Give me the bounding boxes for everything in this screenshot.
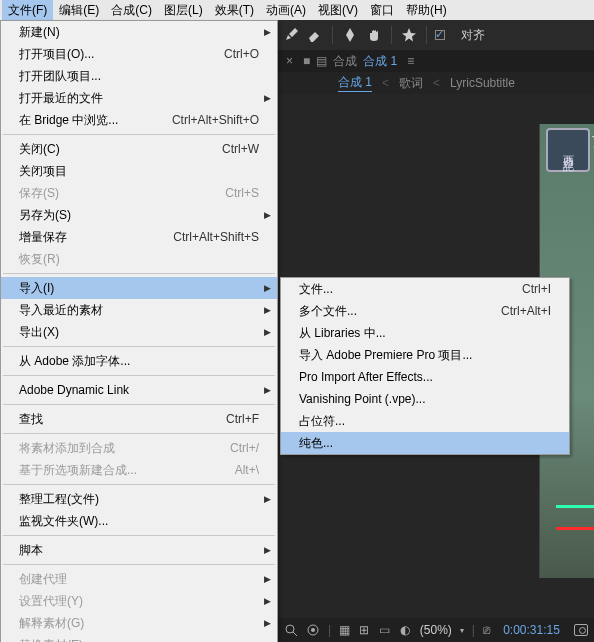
menu-item[interactable]: 纯色...	[281, 432, 569, 454]
toolbar: 对齐	[278, 20, 594, 50]
menubar-file[interactable]: 文件(F)	[2, 0, 53, 21]
menu-item[interactable]: 多个文件...Ctrl+Alt+I	[281, 300, 569, 322]
menu-item: 恢复(R)	[1, 248, 277, 270]
menu-item[interactable]: 在 Bridge 中浏览...Ctrl+Alt+Shift+O	[1, 109, 277, 131]
menu-item-label: 基于所选项新建合成...	[19, 462, 227, 479]
menu-shortcut: Ctrl+Alt+Shift+O	[164, 113, 259, 127]
close-panel-icon[interactable]: ×	[282, 54, 297, 68]
menu-item-label: 导出(X)	[19, 324, 259, 341]
zoom-level[interactable]: (50%)	[420, 623, 452, 637]
menu-item[interactable]: 打开团队项目...	[1, 65, 277, 87]
submenu-arrow-icon: ▶	[264, 574, 271, 584]
menu-item[interactable]: 从 Libraries 中...	[281, 322, 569, 344]
menu-item-label: Adobe Dynamic Link	[19, 383, 259, 397]
menu-item-label: 脚本	[19, 542, 259, 559]
separator	[332, 26, 333, 44]
mask-icon[interactable]	[306, 623, 320, 637]
preview-marker-red	[556, 527, 594, 530]
menu-item[interactable]: 打开项目(O)...Ctrl+O	[1, 43, 277, 65]
menu-shortcut: Ctrl+O	[216, 47, 259, 61]
menu-separator	[3, 433, 275, 434]
menu-item[interactable]: 从 Adobe 添加字体...	[1, 350, 277, 372]
menu-item[interactable]: 脚本▶	[1, 539, 277, 561]
channel-icon[interactable]: ▭	[379, 623, 391, 637]
breadcrumb-item[interactable]: LyricSubtitle	[450, 76, 515, 90]
menu-shortcut: Ctrl+Alt+I	[493, 304, 551, 318]
menubar-layer[interactable]: 图层(L)	[158, 0, 209, 21]
magnify-icon[interactable]	[284, 623, 298, 637]
camera-icon[interactable]	[574, 624, 588, 636]
menu-item[interactable]: 占位符...	[281, 410, 569, 432]
guide-icon[interactable]: ⊞	[359, 623, 371, 637]
chevron-left-icon: <	[382, 76, 389, 90]
menubar-animation[interactable]: 动画(A)	[260, 0, 312, 21]
menu-item: 解释素材(G)▶	[1, 612, 277, 634]
svg-point-3	[311, 628, 315, 632]
grid-icon[interactable]: ▦	[339, 623, 351, 637]
menu-shortcut: Ctrl+W	[214, 142, 259, 156]
menu-item-label: 关闭(C)	[19, 141, 214, 158]
menu-item[interactable]: Adobe Dynamic Link▶	[1, 379, 277, 401]
comp-name[interactable]: 合成 1	[363, 53, 397, 70]
submenu-arrow-icon: ▶	[264, 596, 271, 606]
menu-item[interactable]: 关闭项目	[1, 160, 277, 182]
menu-item[interactable]: 查找Ctrl+F	[1, 408, 277, 430]
menubar-window[interactable]: 窗口	[364, 0, 400, 21]
import-submenu: 文件...Ctrl+I多个文件...Ctrl+Alt+I从 Libraries …	[280, 277, 570, 455]
resolution-icon[interactable]: ⎚	[483, 623, 495, 637]
menu-item[interactable]: 另存为(S)▶	[1, 204, 277, 226]
breadcrumb: 合成 1 < 歌词 < LyricSubtitle	[278, 72, 594, 94]
menu-item-label: 增量保存	[19, 229, 165, 246]
svg-point-0	[286, 625, 294, 633]
snap-checkbox[interactable]	[435, 30, 445, 40]
menu-item[interactable]: 新建(N)▶	[1, 21, 277, 43]
menu-item[interactable]: 导出(X)▶	[1, 321, 277, 343]
menu-separator	[3, 564, 275, 565]
submenu-arrow-icon: ▶	[264, 27, 271, 37]
menu-separator	[3, 535, 275, 536]
menu-item-label: 占位符...	[299, 413, 551, 430]
menu-shortcut: Ctrl+S	[217, 186, 259, 200]
menu-item[interactable]: 监视文件夹(W)...	[1, 510, 277, 532]
menubar-effect[interactable]: 效果(T)	[209, 0, 260, 21]
breadcrumb-item[interactable]: 歌词	[399, 75, 423, 92]
menubar-composition[interactable]: 合成(C)	[105, 0, 158, 21]
exposure-icon[interactable]: ◐	[400, 623, 412, 637]
menu-item[interactable]: 整理工程(文件)▶	[1, 488, 277, 510]
menu-item[interactable]: 文件...Ctrl+I	[281, 278, 569, 300]
menu-item[interactable]: 打开最近的文件▶	[1, 87, 277, 109]
menubar-edit[interactable]: 编辑(E)	[53, 0, 105, 21]
menu-item[interactable]: 导入 Adobe Premiere Pro 项目...	[281, 344, 569, 366]
menu-item[interactable]: 导入(I)▶	[1, 277, 277, 299]
menubar-help[interactable]: 帮助(H)	[400, 0, 453, 21]
menu-item-label: 查找	[19, 411, 218, 428]
menu-item[interactable]: Vanishing Point (.vpe)...	[281, 388, 569, 410]
star-icon[interactable]	[400, 26, 418, 44]
chevron-down-icon[interactable]: ▾	[460, 626, 464, 635]
menu-item[interactable]: 导入最近的素材▶	[1, 299, 277, 321]
submenu-arrow-icon: ▶	[264, 618, 271, 628]
layer-icon: ▤	[316, 54, 327, 68]
menubar-view[interactable]: 视图(V)	[312, 0, 364, 21]
hand-icon[interactable]	[365, 26, 383, 44]
breadcrumb-item[interactable]: 合成 1	[338, 74, 372, 92]
menu-item-label: 导入最近的素材	[19, 302, 259, 319]
menu-separator	[3, 134, 275, 135]
menu-item[interactable]: 关闭(C)Ctrl+W	[1, 138, 277, 160]
menu-item-label: 整理工程(文件)	[19, 491, 259, 508]
menu-item: 保存(S)Ctrl+S	[1, 182, 277, 204]
menu-item[interactable]: Pro Import After Effects...	[281, 366, 569, 388]
menu-item-label: 设置代理(Y)	[19, 593, 259, 610]
separator: |	[328, 623, 331, 637]
menu-item-label: 从 Libraries 中...	[299, 325, 551, 342]
menu-item[interactable]: 增量保存Ctrl+Alt+Shift+S	[1, 226, 277, 248]
eraser-icon[interactable]	[306, 26, 324, 44]
menubar: 文件(F) 编辑(E) 合成(C) 图层(L) 效果(T) 动画(A) 视图(V…	[0, 0, 594, 20]
menu-separator	[3, 346, 275, 347]
panel-menu-icon[interactable]: ≡	[403, 54, 414, 68]
menu-shortcut: Ctrl+/	[222, 441, 259, 455]
composition-tab-bar: × ■ ▤ 合成 合成 1 ≡	[278, 50, 594, 72]
pen-icon[interactable]	[341, 26, 359, 44]
timecode[interactable]: 0:00:31:15	[503, 623, 560, 637]
brush-icon[interactable]	[282, 26, 300, 44]
